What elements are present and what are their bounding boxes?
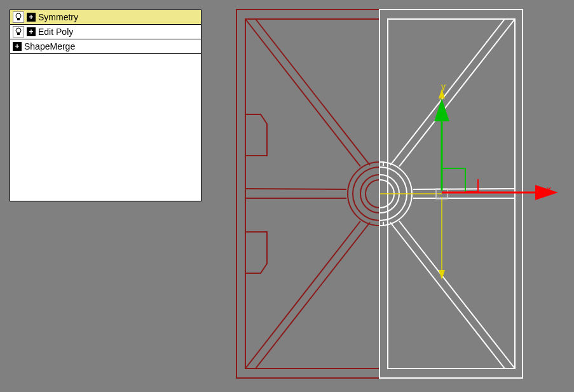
svg-point-2 bbox=[16, 28, 21, 33]
axis-label-y: y bbox=[441, 81, 446, 91]
modifier-label: ShapeMerge bbox=[24, 41, 198, 51]
svg-line-11 bbox=[256, 222, 370, 368]
svg-line-20 bbox=[413, 189, 515, 189]
viewport-canvas bbox=[222, 0, 572, 392]
svg-point-0 bbox=[16, 13, 21, 18]
svg-line-17 bbox=[390, 19, 505, 165]
modifier-row-editpoly[interactable]: + Edit Poly bbox=[10, 25, 201, 39]
svg-rect-7 bbox=[236, 10, 379, 378]
expand-icon[interactable]: + bbox=[13, 42, 22, 51]
expand-icon[interactable]: + bbox=[27, 13, 36, 22]
expand-icon[interactable]: + bbox=[27, 27, 36, 36]
lightbulb-icon[interactable] bbox=[13, 26, 24, 37]
svg-rect-3 bbox=[17, 32, 20, 35]
modifier-label: Edit Poly bbox=[38, 27, 198, 37]
modifier-row-shapemerge[interactable]: + ShapeMerge bbox=[10, 39, 201, 54]
lightbulb-icon[interactable] bbox=[13, 11, 24, 23]
svg-line-12 bbox=[245, 189, 346, 189]
svg-line-9 bbox=[256, 19, 370, 165]
svg-line-8 bbox=[245, 19, 360, 166]
wireframe-left bbox=[236, 10, 379, 378]
svg-line-18 bbox=[399, 221, 515, 368]
modifier-stack-panel[interactable]: + Symmetry + Edit Poly + ShapeMerge bbox=[10, 10, 202, 201]
svg-rect-1 bbox=[17, 18, 20, 20]
modifier-label: Symmetry bbox=[38, 12, 198, 22]
svg-line-16 bbox=[399, 19, 515, 166]
axis-label-x: x bbox=[547, 184, 551, 194]
svg-line-19 bbox=[390, 222, 505, 368]
svg-line-10 bbox=[245, 221, 360, 368]
viewport[interactable]: y x bbox=[222, 0, 572, 392]
modifier-row-symmetry[interactable]: + Symmetry bbox=[10, 10, 201, 25]
